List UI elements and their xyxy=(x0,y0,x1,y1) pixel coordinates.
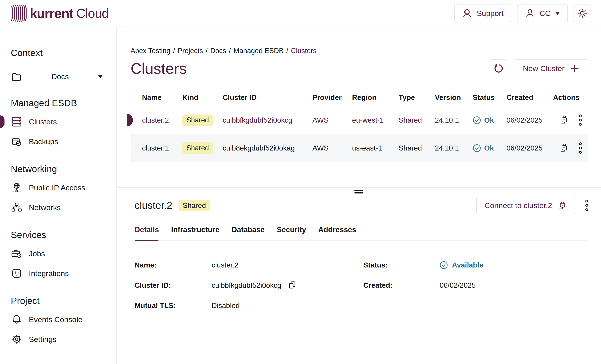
column-header-version: Version xyxy=(435,93,473,102)
clusters-table: Name Kind Cluster ID Provider Region Typ… xyxy=(130,89,588,162)
cell-name: cluster.1 xyxy=(142,144,182,152)
breadcrumb-item-apex-testing[interactable]: Apex Testing xyxy=(130,47,170,55)
caret-down-icon xyxy=(98,75,103,78)
sidebar-item-label: Public IP Access xyxy=(29,183,85,192)
breadcrumb-item-managed-esdb[interactable]: Managed ESDB xyxy=(233,47,283,55)
field-value-name: cluster.2 xyxy=(211,261,238,269)
breadcrumb: Apex Testing/Projects/Docs/Managed ESDB/… xyxy=(130,47,588,55)
table-header-row: Name Kind Cluster ID Provider Region Typ… xyxy=(130,89,588,106)
panel-kebab-icon[interactable] xyxy=(585,199,588,211)
field-label-mutual-tls: Mutual TLS: xyxy=(135,301,211,310)
table-row[interactable]: cluster.2 Shared cuibbfkgdubf52i0okcg AW… xyxy=(130,106,588,134)
breadcrumb-separator: / xyxy=(229,47,231,55)
field-value-status: Available xyxy=(440,261,483,269)
tab-details[interactable]: Details xyxy=(135,226,159,234)
breadcrumb-separator: / xyxy=(173,47,175,55)
connect-plug-icon[interactable] xyxy=(559,115,569,125)
cell-type: Shared xyxy=(399,144,435,152)
sidebar-item-clusters[interactable]: Clusters xyxy=(11,115,112,128)
check-circle-icon xyxy=(473,144,481,152)
user-menu-button[interactable]: CC xyxy=(517,4,568,22)
column-header-type: Type xyxy=(399,93,435,102)
folder-icon xyxy=(11,71,22,82)
column-header-actions: Actions xyxy=(553,93,588,102)
cell-created: 06/02/2025 xyxy=(506,116,553,124)
tab-security[interactable]: Security xyxy=(277,226,306,234)
sidebar: Context Docs Managed ESDB xyxy=(0,27,117,364)
cell-region: eu-west-1 xyxy=(352,116,399,124)
context-selected-value: Docs xyxy=(22,72,98,81)
sidebar-item-label: Settings xyxy=(29,335,57,344)
brand-name: kurrent xyxy=(30,6,73,21)
column-header-cluster-id: Cluster ID xyxy=(223,93,312,102)
brand-suffix: Cloud xyxy=(76,6,109,21)
field-value-cluster-id: cuibbfkgdubf52i0okcg xyxy=(211,281,281,290)
sidebar-item-label: Jobs xyxy=(29,249,45,258)
cell-actions xyxy=(553,114,588,126)
tab-infrastructure[interactable]: Infrastructure xyxy=(171,226,220,234)
detail-tabs: Details Infrastructure Database Security… xyxy=(135,226,588,234)
column-header-status: Status xyxy=(473,93,506,102)
kebab-icon[interactable] xyxy=(579,114,582,126)
check-circle-icon xyxy=(440,261,448,269)
cell-created: 06/02/2025 xyxy=(506,144,553,152)
user-icon xyxy=(525,8,535,19)
sidebar-section-context: Context xyxy=(11,48,112,58)
kebab-icon[interactable] xyxy=(579,142,582,154)
breadcrumb-separator: / xyxy=(286,47,288,55)
page-title: Clusters xyxy=(130,60,187,77)
caret-down-icon xyxy=(555,12,560,15)
cell-name: cluster.2 xyxy=(142,116,182,124)
breadcrumb-current: Clusters xyxy=(291,47,317,55)
user-initials: CC xyxy=(540,9,551,18)
theme-toggle-button[interactable] xyxy=(573,4,591,22)
breadcrumb-separator: / xyxy=(206,47,208,55)
panel-kind-badge: Shared xyxy=(179,200,210,211)
sidebar-item-events-console[interactable]: Events Console xyxy=(11,313,112,326)
sidebar-section-services: Services xyxy=(11,230,112,240)
connect-to-cluster-button[interactable]: Connect to cluster.2 xyxy=(476,197,575,214)
kurrent-logo[interactable]: kurrent Cloud xyxy=(11,4,109,23)
events-bell-icon xyxy=(11,314,22,325)
column-header-provider: Provider xyxy=(312,93,352,102)
new-cluster-button[interactable]: New Cluster xyxy=(514,59,588,77)
kind-badge: Shared xyxy=(182,115,213,126)
field-value-mutual-tls: Disabled xyxy=(211,301,240,310)
sidebar-item-label: Clusters xyxy=(29,118,57,126)
breadcrumb-item-docs[interactable]: Docs xyxy=(210,47,226,55)
drag-handle-icon[interactable] xyxy=(354,190,363,194)
sidebar-item-label: Backups xyxy=(29,137,58,146)
copy-icon[interactable] xyxy=(288,281,296,290)
sidebar-section-networking: Networking xyxy=(11,164,112,174)
context-selector[interactable]: Docs xyxy=(11,71,103,82)
table-row[interactable]: cluster.1 Shared cuib8ekgdubf52i0okag AW… xyxy=(130,134,588,162)
tab-addresses[interactable]: Addresses xyxy=(318,226,356,234)
field-label-status: Status: xyxy=(363,261,440,269)
support-headset-icon xyxy=(462,8,472,19)
sidebar-item-settings[interactable]: Settings xyxy=(11,333,112,346)
top-header: kurrent Cloud Support xyxy=(0,0,601,27)
clusters-server-icon xyxy=(11,116,22,127)
connect-plug-icon[interactable] xyxy=(559,143,569,153)
active-tab-indicator xyxy=(135,240,159,241)
refresh-button[interactable] xyxy=(490,59,507,77)
breadcrumb-item-projects[interactable]: Projects xyxy=(178,47,203,55)
cell-status: Ok xyxy=(473,116,506,124)
column-header-kind: Kind xyxy=(182,93,223,102)
tab-database[interactable]: Database xyxy=(232,226,265,234)
sidebar-item-integrations[interactable]: Integrations xyxy=(11,267,112,280)
sidebar-item-label: Integrations xyxy=(29,269,69,278)
support-button[interactable]: Support xyxy=(454,4,511,22)
backups-box-check-icon xyxy=(11,136,22,147)
cell-provider: AWS xyxy=(312,144,352,152)
sidebar-item-networks[interactable]: Networks xyxy=(11,201,112,214)
sidebar-item-label: Networks xyxy=(29,203,61,212)
sidebar-item-backups[interactable]: Backups xyxy=(11,135,112,148)
jobs-briefcase-icon xyxy=(11,248,22,259)
sidebar-item-public-ip-access[interactable]: Public IP Access xyxy=(11,181,112,194)
main-content: Apex Testing/Projects/Docs/Managed ESDB/… xyxy=(117,27,601,364)
sidebar-item-jobs[interactable]: Jobs xyxy=(11,247,112,260)
sidebar-section-managed-esdb: Managed ESDB xyxy=(11,98,112,108)
column-header-created: Created xyxy=(506,93,553,102)
check-circle-icon xyxy=(473,116,481,124)
